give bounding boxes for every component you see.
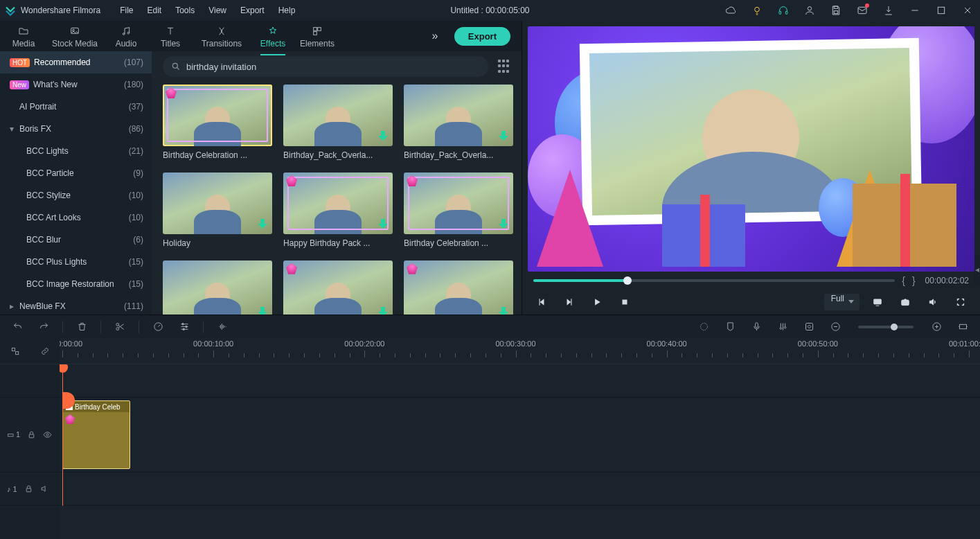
tab-elements[interactable]: Elements <box>295 22 339 50</box>
redo-button[interactable] <box>36 319 51 335</box>
effect-item[interactable]: Birthday Celebration ... <box>404 260 513 315</box>
menu-view[interactable]: View <box>202 6 233 15</box>
audio-track[interactable] <box>60 472 980 506</box>
effect-item[interactable]: Holiday_Hipster_Over... <box>283 260 393 315</box>
next-frame-button[interactable] <box>560 292 579 312</box>
lock-icon[interactable] <box>24 484 33 493</box>
keyframe-button[interactable] <box>801 319 817 335</box>
audio-wave-button[interactable] <box>215 319 230 335</box>
display-icon[interactable] <box>868 292 887 312</box>
category-item[interactable]: BCC Art Looks(10) <box>0 206 152 229</box>
overlay-track[interactable] <box>60 364 980 398</box>
save-icon[interactable] <box>828 2 844 19</box>
timeline-ruler[interactable]: 00:00:00:0000:00:10:0000:00:20:0000:00:3… <box>60 338 980 364</box>
category-item[interactable]: BCC Lights(21) <box>0 140 152 162</box>
category-item[interactable]: ▾Boris FX(86) <box>0 118 152 140</box>
download-icon[interactable] <box>257 219 268 230</box>
effects-search-box[interactable] <box>163 56 488 77</box>
snapshot-icon[interactable] <box>896 292 915 312</box>
video-track[interactable]: Birthday Celeb <box>60 398 980 472</box>
window-maximize-icon[interactable] <box>933 2 950 19</box>
audio-mixer-button[interactable] <box>775 319 790 335</box>
cloud-icon[interactable] <box>722 2 739 19</box>
lightbulb-icon[interactable] <box>749 2 765 19</box>
effect-item[interactable]: Holiday <box>163 173 272 248</box>
zoom-out-button[interactable] <box>828 319 843 335</box>
effect-item[interactable]: Birthday_Pack_Overla... <box>404 85 513 160</box>
category-item[interactable]: BCC Plus Lights(15) <box>0 251 152 273</box>
effect-item[interactable]: Birthday_Pack_Overla... <box>283 85 393 160</box>
category-item[interactable]: AI Portrait(37) <box>0 96 152 118</box>
zoom-in-button[interactable] <box>929 319 944 335</box>
menu-file[interactable]: File <box>113 6 140 15</box>
tab-stock-media[interactable]: Stock Media <box>46 22 104 50</box>
timeline-clip[interactable]: Birthday Celeb <box>62 400 130 469</box>
more-tabs-icon[interactable]: » <box>422 30 447 42</box>
split-button[interactable] <box>112 319 127 335</box>
download-icon[interactable] <box>377 219 389 230</box>
mail-icon[interactable] <box>854 2 871 19</box>
effect-item[interactable]: Birthday Celebration ... <box>163 85 272 160</box>
preview-quality-select[interactable]: Full <box>824 294 859 310</box>
prev-frame-button[interactable] <box>532 292 551 312</box>
tab-transitions[interactable]: Transitions <box>193 22 251 50</box>
marker-button[interactable] <box>722 319 738 335</box>
speaker-icon[interactable] <box>40 484 49 493</box>
window-close-icon[interactable] <box>959 2 976 19</box>
effect-item[interactable]: Birthday Celebration ... <box>404 173 513 248</box>
category-item[interactable]: ▸NewBlue FX(111) <box>0 295 152 315</box>
category-item[interactable]: BCC Stylize(10) <box>0 184 152 206</box>
lock-icon[interactable] <box>27 430 36 439</box>
tab-effects[interactable]: Effects <box>251 22 295 50</box>
tab-titles[interactable]: Titles <box>148 22 193 50</box>
stop-button[interactable] <box>615 292 634 312</box>
download-icon[interactable] <box>377 131 389 142</box>
eye-icon[interactable] <box>43 430 52 439</box>
record-vo-button[interactable] <box>749 319 764 335</box>
download-icon[interactable] <box>498 219 509 230</box>
fullscreen-icon[interactable] <box>951 292 970 312</box>
effect-item[interactable]: Happy Birthday Pack ... <box>283 173 393 248</box>
category-item[interactable]: BCC Image Restoration(15) <box>0 273 152 295</box>
download-icon[interactable] <box>880 2 897 19</box>
track-manager-button[interactable] <box>8 344 23 359</box>
download-icon[interactable] <box>498 307 509 315</box>
preview-scrub-track[interactable] <box>533 279 895 282</box>
delete-button[interactable] <box>74 319 89 335</box>
menu-tools[interactable]: Tools <box>168 6 202 15</box>
effect-item[interactable]: Birthday_Pack_Overla... <box>163 260 272 315</box>
audio-track-head[interactable]: ♪ 1 <box>0 472 60 506</box>
category-item[interactable]: HOTRecommended(107) <box>0 51 152 73</box>
menu-export[interactable]: Export <box>233 6 271 15</box>
zoom-slider[interactable] <box>858 326 914 328</box>
export-button[interactable]: Export <box>454 27 510 46</box>
color-button[interactable] <box>696 319 711 335</box>
download-icon[interactable] <box>498 131 509 142</box>
window-minimize-icon[interactable] <box>907 2 923 19</box>
mark-in-icon[interactable]: { <box>902 275 905 286</box>
user-icon[interactable] <box>801 2 818 19</box>
volume-icon[interactable] <box>923 292 943 312</box>
video-track-head[interactable]: ▭ 1 <box>0 398 60 472</box>
preview-canvas[interactable] <box>528 26 974 272</box>
category-item[interactable]: NewWhat's New(180) <box>0 73 152 96</box>
download-icon[interactable] <box>377 307 389 315</box>
link-button[interactable] <box>37 344 53 359</box>
tab-audio[interactable]: Audio <box>104 22 148 50</box>
grid-view-icon[interactable] <box>498 60 512 73</box>
speed-button[interactable] <box>150 319 166 335</box>
download-icon[interactable] <box>257 307 268 315</box>
headphones-icon[interactable] <box>775 2 792 19</box>
mark-out-icon[interactable]: } <box>912 275 916 286</box>
effects-search-input[interactable] <box>186 62 480 72</box>
category-item[interactable]: BCC Blur(6) <box>0 229 152 251</box>
tab-media[interactable]: Media <box>1 22 46 50</box>
play-button[interactable] <box>587 292 607 312</box>
preview-scrub-handle[interactable] <box>623 276 632 285</box>
menu-edit[interactable]: Edit <box>141 6 169 15</box>
playhead[interactable] <box>62 364 63 506</box>
menu-help[interactable]: Help <box>271 6 303 15</box>
adjust-button[interactable] <box>177 319 192 335</box>
category-item[interactable]: BCC Particle(9) <box>0 162 152 184</box>
zoom-fit-button[interactable] <box>955 319 970 335</box>
